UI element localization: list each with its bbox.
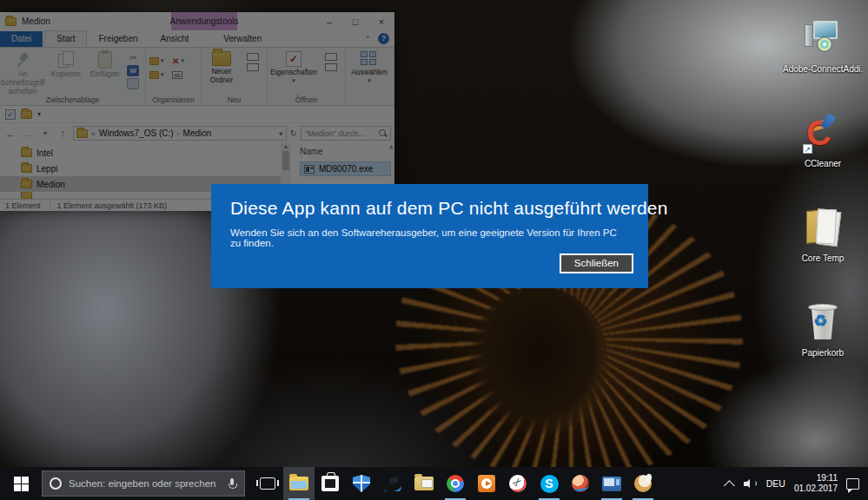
file-scroll-up-icon[interactable]: ▲ <box>388 143 394 149</box>
delete-icon: ✕ <box>172 56 179 66</box>
paste-button[interactable]: Einfügen <box>87 50 123 79</box>
file-row-md90070[interactable]: MD90070.exe <box>300 161 391 176</box>
dialog-message: Wenden Sie sich an den Softwareherausgeb… <box>230 227 629 248</box>
ribbon: An Schnellzugriff anheften Kopieren Einf… <box>0 48 394 106</box>
volume-icon[interactable] <box>744 478 758 490</box>
select-button[interactable]: Auswählen ▾ <box>346 50 393 84</box>
column-header-name[interactable]: Name <box>300 145 391 161</box>
desktop-icons: Adobe-ConnectAddi... C ↗ CCleaner Core T… <box>783 19 863 358</box>
tab-datei[interactable]: Datei <box>0 31 43 47</box>
qat-properties-icon[interactable]: ✓ <box>5 109 16 120</box>
taskbar-app-blue-screen[interactable] <box>596 467 627 500</box>
taskbar-chrome[interactable] <box>440 467 471 500</box>
select-icon <box>361 51 378 67</box>
open-icon[interactable] <box>325 53 337 61</box>
dialog-close-button[interactable]: Schließen <box>560 253 633 273</box>
new-folder-button[interactable]: Neuer Ordner <box>202 50 242 85</box>
new-small-buttons <box>247 50 259 71</box>
copy-path-icon[interactable]: W <box>127 65 139 76</box>
desktop-icon-recycle-bin[interactable]: ♻ Papierkorb <box>783 303 863 358</box>
contextual-tab-anwendungstools[interactable]: Anwendungstools <box>171 12 237 30</box>
cortana-icon <box>50 477 62 490</box>
taskbar-media-player[interactable] <box>471 467 502 500</box>
desktop-icon-core-temp[interactable]: Core Temp <box>783 208 863 263</box>
delete-button[interactable]: ✕▾ <box>172 54 195 68</box>
maximize-button[interactable]: □ <box>342 12 368 30</box>
pin-to-quick-access-button[interactable]: An Schnellzugriff anheften <box>0 50 45 95</box>
action-center-icon[interactable] <box>846 478 859 490</box>
taskbar-app-swoosh[interactable] <box>377 467 408 500</box>
taskbar-app-sphere[interactable] <box>565 467 596 500</box>
taskbar-app-paint[interactable] <box>627 467 659 500</box>
breadcrumb-folder[interactable]: Medion <box>183 128 212 138</box>
breadcrumb-separator: › <box>177 129 180 138</box>
tree-item-intel[interactable]: Intel <box>0 145 281 161</box>
qat-customize-icon[interactable]: ▾ <box>37 110 41 118</box>
start-button[interactable] <box>0 467 42 500</box>
address-dropdown-icon[interactable]: ▾ <box>279 129 283 138</box>
search-icon <box>379 129 387 137</box>
scroll-up-icon[interactable]: ▲ <box>283 143 289 149</box>
qat-folder-icon[interactable] <box>21 110 32 119</box>
ribbon-group-open: Eigenschaften ▾ Öffnen <box>268 48 346 105</box>
taskbar-store[interactable] <box>315 467 346 500</box>
pin-icon <box>16 51 30 69</box>
skype-icon: S <box>540 475 559 493</box>
tray-expand-icon[interactable] <box>724 480 735 491</box>
easy-access-icon[interactable] <box>247 63 259 71</box>
breadcrumb-ellipsis[interactable]: « <box>91 129 96 138</box>
search-box[interactable]: "Medion" durch... <box>301 126 391 141</box>
wallpaper-beechnut-core <box>469 286 608 434</box>
up-icon[interactable]: ↑ <box>56 128 70 140</box>
folder-icon <box>21 192 32 199</box>
rename-button[interactable]: ab <box>172 68 195 82</box>
defender-shield-icon <box>353 475 370 492</box>
taskbar-skype[interactable]: S <box>533 467 565 500</box>
scrollbar-thumb[interactable] <box>282 151 289 170</box>
new-folder-icon <box>212 51 231 66</box>
cortana-search[interactable]: Suchen: eingeben oder sprechen <box>42 470 245 497</box>
new-item-icon[interactable] <box>247 53 259 61</box>
move-to-button[interactable]: ▾ <box>149 54 172 68</box>
tree-item-leppi[interactable]: Leppi <box>0 161 281 176</box>
tab-ansicht[interactable]: Ansicht <box>149 31 201 47</box>
store-icon <box>321 476 339 491</box>
copy-to-icon <box>149 71 159 79</box>
copy-icon <box>58 51 74 69</box>
desktop-icon-label: Adobe-ConnectAddi... <box>783 64 863 74</box>
language-indicator[interactable]: DEU <box>766 478 785 489</box>
minimize-button[interactable]: – <box>316 12 342 30</box>
desktop-icon-ccleaner[interactable]: C ↗ CCleaner <box>783 114 863 168</box>
close-button[interactable]: × <box>368 12 394 30</box>
forward-icon[interactable]: → <box>21 128 35 140</box>
clock[interactable]: 19:11 01.02.2017 <box>794 473 838 495</box>
history-icon[interactable] <box>325 63 337 71</box>
task-view-button[interactable] <box>252 467 283 500</box>
back-icon[interactable]: ← <box>3 128 17 140</box>
tab-verwalten[interactable]: Verwalten <box>212 31 273 47</box>
properties-button[interactable]: Eigenschaften ▾ <box>268 50 320 84</box>
taskbar-file-explorer[interactable] <box>283 467 315 500</box>
copy-button[interactable]: Kopieren <box>48 50 84 79</box>
mail-folder-icon <box>414 477 434 490</box>
collapse-ribbon-icon[interactable]: ⌃ <box>364 35 371 43</box>
desktop-icon-adobe-connect[interactable]: Adobe-ConnectAddi... <box>783 19 863 74</box>
taskbar: Suchen: eingeben oder sprechen S DEU 19:… <box>0 467 868 500</box>
paste-shortcut-icon[interactable] <box>127 78 139 89</box>
microphone-icon[interactable] <box>229 478 235 490</box>
cut-icon[interactable]: ✂ <box>127 52 139 63</box>
taskbar-snipping-tool[interactable] <box>502 467 533 500</box>
refresh-button[interactable]: ↻ <box>290 128 297 138</box>
help-icon[interactable]: ? <box>378 33 389 44</box>
taskbar-defender[interactable] <box>346 467 377 500</box>
tab-start[interactable]: Start <box>44 30 87 47</box>
recent-locations-icon[interactable]: ▾ <box>38 129 52 137</box>
copy-to-button[interactable]: ▾ <box>149 68 172 82</box>
tab-freigeben[interactable]: Freigeben <box>87 31 149 47</box>
status-item-count: 1 Element <box>0 201 50 210</box>
taskbar-mail-folder[interactable] <box>408 467 440 500</box>
breadcrumb-drive[interactable]: Windows7_OS (C:) <box>99 128 174 138</box>
folder-icon <box>21 164 32 173</box>
address-bar[interactable]: « Windows7_OS (C:) › Medion ▾ <box>73 126 287 141</box>
open-small-buttons <box>325 50 337 71</box>
